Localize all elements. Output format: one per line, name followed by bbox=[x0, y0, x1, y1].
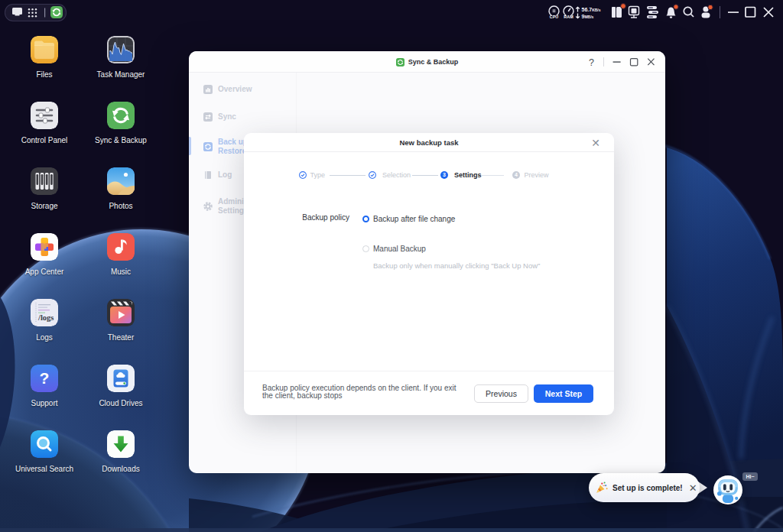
svg-text:RAM: RAM bbox=[564, 15, 573, 19]
svg-text:56.7KB/s: 56.7KB/s bbox=[582, 7, 601, 12]
svg-text:CPU: CPU bbox=[550, 15, 558, 19]
svg-text:/logs: /logs bbox=[37, 313, 54, 322]
svg-text:?: ? bbox=[40, 369, 50, 387]
svg-text:9MB/s: 9MB/s bbox=[582, 14, 594, 19]
svg-text:?: ? bbox=[589, 57, 594, 68]
